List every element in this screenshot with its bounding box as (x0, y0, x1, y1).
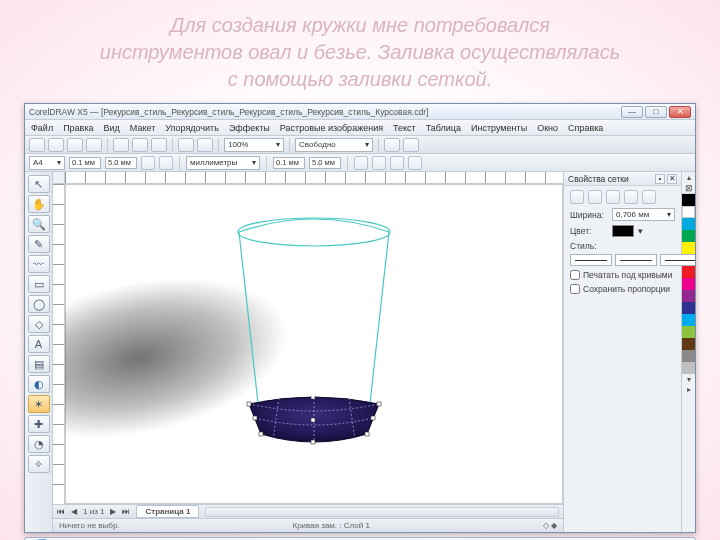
docker-close-icon[interactable]: ✕ (667, 174, 677, 184)
color-dropdown-icon[interactable]: ▾ (638, 226, 643, 236)
ellipse-tool-icon[interactable]: ◯ (28, 295, 50, 313)
table-tool-icon[interactable]: ▤ (28, 355, 50, 373)
start-arrow-combo[interactable] (570, 254, 612, 266)
svg-rect-7 (259, 432, 263, 436)
cut-icon[interactable] (113, 138, 129, 152)
misc1-icon[interactable] (354, 156, 368, 170)
units-combo[interactable]: миллиметры▾ (186, 156, 260, 170)
maximize-button[interactable]: □ (645, 106, 667, 118)
swatch-green[interactable] (682, 230, 695, 242)
swatch-black[interactable] (682, 194, 695, 206)
close-button[interactable]: ✕ (669, 106, 691, 118)
menu-layout[interactable]: Макет (130, 123, 155, 133)
fill-tool-icon[interactable]: ✧ (28, 455, 50, 473)
swatch-yellow[interactable] (682, 242, 695, 254)
menu-text[interactable]: Текст (393, 123, 416, 133)
misc3-icon[interactable] (390, 156, 404, 170)
width-input[interactable]: 0,706 мм▾ (612, 208, 675, 221)
swatch-white[interactable] (682, 206, 695, 218)
color-swatch[interactable] (612, 225, 634, 237)
menu-help[interactable]: Справка (568, 123, 603, 133)
launch-icon[interactable] (403, 138, 419, 152)
menu-bitmaps[interactable]: Растровые изображения (280, 123, 383, 133)
swatch-navy[interactable] (682, 302, 695, 314)
undo-icon[interactable] (178, 138, 194, 152)
check-scale[interactable]: Сохранить пропорции (570, 284, 675, 294)
mesh-mode1-icon[interactable] (570, 190, 584, 204)
page-size-combo[interactable]: A4▾ (29, 156, 65, 170)
menu-arrange[interactable]: Упорядочить (165, 123, 219, 133)
polygon-tool-icon[interactable]: ◇ (28, 315, 50, 333)
new-icon[interactable] (29, 138, 45, 152)
menu-window[interactable]: Окно (537, 123, 558, 133)
palette-nofill-icon[interactable]: ⊠ (682, 182, 695, 194)
width-field[interactable]: 0.1 мм (69, 157, 101, 169)
svg-rect-9 (365, 432, 369, 436)
mesh-mode5-icon[interactable] (642, 190, 656, 204)
swatch-gray[interactable] (682, 350, 695, 362)
nudge-field[interactable]: 0.1 мм (273, 157, 305, 169)
mesh-mode4-icon[interactable] (624, 190, 638, 204)
menu-tools[interactable]: Инструменты (471, 123, 527, 133)
swatch-magenta[interactable] (682, 278, 695, 290)
menu-file[interactable]: Файл (31, 123, 53, 133)
options-icon[interactable] (384, 138, 400, 152)
page-nav-first[interactable]: ⏮ (57, 507, 65, 516)
page-nav-last[interactable]: ⏭ (122, 507, 130, 516)
palette-up-icon[interactable]: ▴ (682, 172, 695, 182)
print-icon[interactable] (86, 138, 102, 152)
line-style-combo[interactable] (615, 254, 657, 266)
svg-rect-2 (311, 396, 315, 399)
swatch-purple[interactable] (682, 290, 695, 302)
portrait-icon[interactable] (141, 156, 155, 170)
copy-icon[interactable] (132, 138, 148, 152)
check-behind[interactable]: Печатать под кривыми (570, 270, 675, 280)
snap-combo[interactable]: Свободно▾ (295, 138, 373, 152)
palette-flyout-icon[interactable]: ▸ (682, 384, 695, 394)
palette-down-icon[interactable]: ▾ (682, 374, 695, 384)
menu-edit[interactable]: Правка (63, 123, 93, 133)
drawing-canvas[interactable] (65, 184, 563, 504)
bezier-tool-icon[interactable]: 〰 (28, 255, 50, 273)
color-palette: ▴ ⊠ ▾ ▸ (681, 172, 695, 532)
rectangle-tool-icon[interactable]: ▭ (28, 275, 50, 293)
mesh-mode2-icon[interactable] (588, 190, 602, 204)
docker-pin-icon[interactable]: • (655, 174, 665, 184)
zoom-tool-icon[interactable]: 🔍 (28, 215, 50, 233)
zoom-combo[interactable]: 100%▾ (224, 138, 284, 152)
h-scrollbar[interactable] (205, 507, 559, 517)
swatch-brown[interactable] (682, 338, 695, 350)
landscape-icon[interactable] (159, 156, 173, 170)
page-nav-prev[interactable]: ◀ (71, 507, 77, 516)
swatch-cyan[interactable] (682, 218, 695, 230)
redo-icon[interactable] (197, 138, 213, 152)
swatch-sky[interactable] (682, 314, 695, 326)
page-nav-next[interactable]: ▶ (110, 507, 116, 516)
open-icon[interactable] (48, 138, 64, 152)
freehand-tool-icon[interactable]: ✎ (28, 235, 50, 253)
eyedropper-tool-icon[interactable]: ✚ (28, 415, 50, 433)
height-field[interactable]: 5.0 мм (105, 157, 137, 169)
cup-mesh-fill[interactable] (239, 396, 389, 446)
save-icon[interactable] (67, 138, 83, 152)
page-tab[interactable]: Страница 1 (136, 505, 199, 518)
shape-tool-icon[interactable]: ✋ (28, 195, 50, 213)
menu-view[interactable]: Вид (104, 123, 120, 133)
interactive-fill-tool-icon[interactable]: ◐ (28, 375, 50, 393)
end-arrow-combo[interactable] (660, 254, 695, 266)
outline-tool-icon[interactable]: ◔ (28, 435, 50, 453)
swatch-silver[interactable] (682, 362, 695, 374)
dup-field[interactable]: 5.0 мм (309, 157, 341, 169)
text-tool-icon[interactable]: A (28, 335, 50, 353)
menu-table[interactable]: Таблица (426, 123, 461, 133)
swatch-red[interactable] (682, 266, 695, 278)
mesh-fill-tool-icon[interactable]: ✶ (28, 395, 50, 413)
pick-tool-icon[interactable]: ↖ (28, 175, 50, 193)
swatch-lime[interactable] (682, 326, 695, 338)
menu-effects[interactable]: Эффекты (229, 123, 270, 133)
paste-icon[interactable] (151, 138, 167, 152)
mesh-mode3-icon[interactable] (606, 190, 620, 204)
misc2-icon[interactable] (372, 156, 386, 170)
minimize-button[interactable]: — (621, 106, 643, 118)
misc4-icon[interactable] (408, 156, 422, 170)
